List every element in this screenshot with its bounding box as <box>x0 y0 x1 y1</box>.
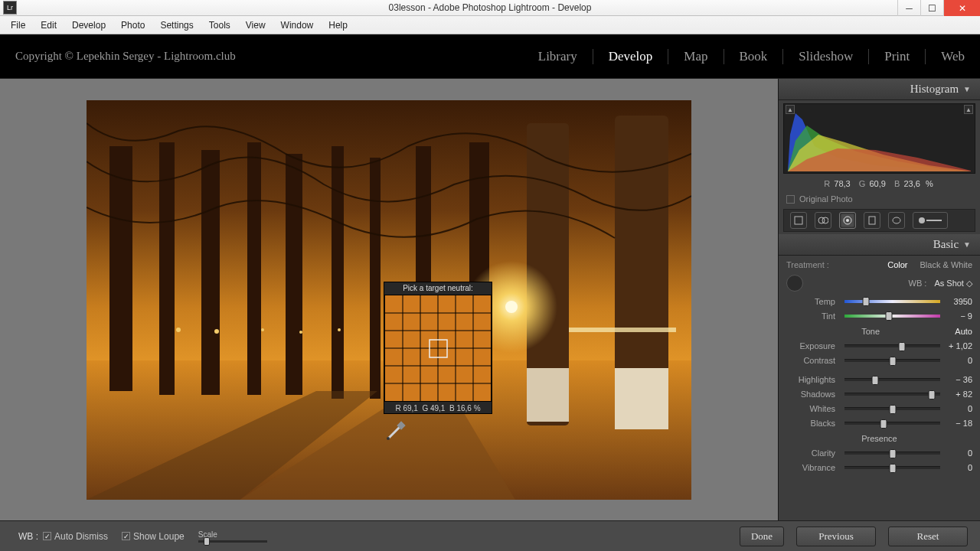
svg-point-45 <box>822 217 828 223</box>
wb-preset-select[interactable]: As Shot ◇ <box>934 279 972 289</box>
module-bar: Copyright © Lepekhin Sergey - Lightroom.… <box>0 34 980 79</box>
tint-value[interactable]: − 9 <box>945 311 972 321</box>
wb-loupe: Pick a target neutral: <box>384 282 492 414</box>
spot-tool-icon[interactable] <box>815 212 831 229</box>
treatment-bw[interactable]: Black & White <box>920 260 972 269</box>
highlights-slider[interactable] <box>844 378 940 381</box>
treatment-label: Treatment : <box>786 260 829 269</box>
shadows-value[interactable]: + 82 <box>945 390 972 399</box>
svg-point-47 <box>846 219 849 222</box>
svg-line-36 <box>388 426 400 439</box>
histogram-readout: R 78,3 G 60,9 B 23,6 % <box>779 177 980 191</box>
module-library[interactable]: Library <box>523 49 593 64</box>
basic-header[interactable]: Basic▼ <box>779 234 980 256</box>
svg-rect-48 <box>869 217 875 224</box>
exposure-slider[interactable] <box>844 344 940 347</box>
menu-view[interactable]: View <box>238 18 273 33</box>
close-button[interactable]: ✕ <box>943 0 980 16</box>
gradient-tool-icon[interactable] <box>864 212 880 229</box>
module-slideshow[interactable]: Slideshow <box>783 49 869 64</box>
identity-plate: Copyright © Lepekhin Sergey - Lightroom.… <box>15 50 236 63</box>
brush-tool-icon[interactable] <box>913 212 948 229</box>
whites-value[interactable]: 0 <box>945 404 972 413</box>
image-canvas[interactable]: Pick a target neutral: <box>0 79 779 520</box>
tool-strip <box>783 209 975 232</box>
redeye-tool-icon[interactable] <box>839 212 856 229</box>
highlight-clip-icon[interactable]: ▲ <box>964 105 973 114</box>
whites-slider[interactable] <box>844 407 940 410</box>
eyedropper-cursor-icon <box>385 420 980 552</box>
module-develop[interactable]: Develop <box>593 49 669 64</box>
minimize-button[interactable]: ─ <box>897 0 920 16</box>
wb-toolbar-label: WB : <box>18 531 38 542</box>
svg-rect-5 <box>247 142 261 395</box>
svg-rect-4 <box>201 150 220 395</box>
temp-value[interactable]: 3950 <box>945 297 972 306</box>
svg-point-22 <box>299 331 302 334</box>
window-title: 03lesson - Adobe Photoshop Lightroom - D… <box>0 2 980 13</box>
wb-label: WB : <box>909 279 927 288</box>
svg-rect-2 <box>109 146 132 391</box>
wb-row: WB : As Shot ◇ <box>780 272 978 294</box>
eyedropper-icon[interactable] <box>786 275 803 292</box>
blacks-slider[interactable] <box>844 422 940 425</box>
menu-photo[interactable]: Photo <box>113 18 152 33</box>
svg-point-19 <box>176 328 181 332</box>
auto-tone-button[interactable]: Auto <box>955 327 972 336</box>
svg-rect-24 <box>569 328 676 332</box>
svg-point-21 <box>261 328 264 331</box>
svg-point-38 <box>387 437 390 440</box>
menu-help[interactable]: Help <box>321 18 355 33</box>
svg-rect-8 <box>370 158 381 399</box>
menu-tools[interactable]: Tools <box>201 18 238 33</box>
checkbox-icon[interactable] <box>786 195 795 204</box>
highlights-label: Highlights <box>786 375 835 384</box>
shadows-slider[interactable] <box>844 393 940 396</box>
highlights-value[interactable]: − 36 <box>945 375 972 384</box>
menu-file[interactable]: File <box>3 18 33 33</box>
window-titlebar: Lr 03lesson - Adobe Photoshop Lightroom … <box>0 0 980 16</box>
treatment-color[interactable]: Color <box>887 260 907 269</box>
temp-label: Temp <box>786 297 835 306</box>
loupe-readout: R 69,1 G 49,1 B 16,6 % <box>384 402 492 415</box>
svg-rect-7 <box>332 146 344 399</box>
maximize-button[interactable]: ☐ <box>920 0 943 16</box>
menu-edit[interactable]: Edit <box>33 18 64 33</box>
svg-rect-6 <box>286 154 302 395</box>
clarity-slider[interactable] <box>844 452 940 455</box>
module-print[interactable]: Print <box>869 49 926 64</box>
tint-slider[interactable] <box>844 315 940 318</box>
photo-preview[interactable]: Pick a target neutral: <box>87 100 691 500</box>
menu-window[interactable]: Window <box>273 18 322 33</box>
temp-slider[interactable] <box>844 300 940 303</box>
exposure-label: Exposure <box>786 341 835 350</box>
menu-bar: File Edit Develop Photo Settings Tools V… <box>0 16 980 34</box>
menu-settings[interactable]: Settings <box>152 18 201 33</box>
original-photo-toggle[interactable]: Original Photo <box>779 191 980 209</box>
whites-label: Whites <box>786 404 835 413</box>
svg-point-49 <box>893 217 900 223</box>
histogram-header[interactable]: Histogram▼ <box>779 79 980 100</box>
svg-point-23 <box>338 328 341 331</box>
menu-develop[interactable]: Develop <box>64 18 113 33</box>
radial-tool-icon[interactable] <box>888 212 905 229</box>
loupe-hint: Pick a target neutral: <box>384 282 492 295</box>
shadows-label: Shadows <box>786 390 835 399</box>
module-web[interactable]: Web <box>926 49 965 64</box>
histogram-plot[interactable]: ▲ ▲ <box>783 103 975 174</box>
module-book[interactable]: Book <box>724 49 784 64</box>
shadow-clip-icon[interactable]: ▲ <box>786 105 795 114</box>
auto-dismiss-toggle[interactable]: ✓Auto Dismiss <box>43 531 108 542</box>
contrast-value[interactable]: 0 <box>945 356 972 365</box>
svg-point-20 <box>214 329 219 334</box>
scale-slider[interactable]: Scale <box>198 530 267 543</box>
crop-tool-icon[interactable] <box>790 212 807 229</box>
vibrance-slider[interactable] <box>844 466 940 469</box>
contrast-label: Contrast <box>786 356 835 365</box>
show-loupe-toggle[interactable]: ✓Show Loupe <box>122 531 185 542</box>
svg-rect-13 <box>527 368 569 422</box>
svg-point-50 <box>919 217 925 223</box>
exposure-value[interactable]: + 1,02 <box>945 341 972 350</box>
module-map[interactable]: Map <box>668 49 724 64</box>
contrast-slider[interactable] <box>844 359 940 362</box>
